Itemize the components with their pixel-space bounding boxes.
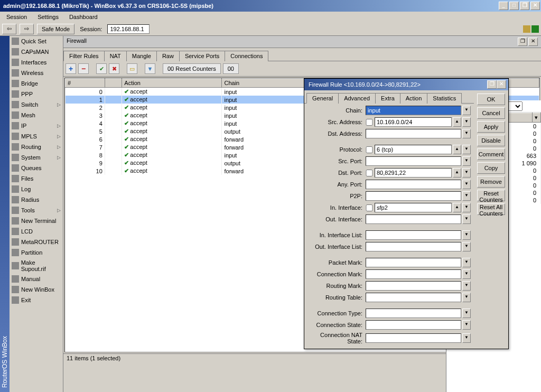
- srcAddr-input[interactable]: [375, 117, 452, 127]
- menu-session[interactable]: Session: [2, 13, 31, 21]
- sidebar-item-switch[interactable]: Switch▷: [10, 99, 63, 110]
- dropdown-button[interactable]: [462, 242, 471, 251]
- dropdown-button[interactable]: [462, 309, 471, 318]
- inIfList-input[interactable]: [366, 230, 461, 240]
- connNat-input[interactable]: [366, 333, 461, 343]
- dialog-tab-general[interactable]: General: [306, 93, 339, 104]
- sidebar-item-tools[interactable]: Tools▷: [10, 205, 63, 216]
- outIfList-input[interactable]: [366, 242, 461, 251]
- filter-button[interactable]: ▼: [145, 63, 155, 74]
- dialog-close-button[interactable]: ✕: [497, 80, 506, 89]
- comment-rule-button[interactable]: ▭: [127, 63, 137, 74]
- sidebar-item-interfaces[interactable]: Interfaces: [10, 57, 63, 68]
- connMark-input[interactable]: [366, 269, 461, 279]
- dropdown-button[interactable]: [462, 293, 471, 302]
- negate-checkbox[interactable]: [366, 146, 373, 153]
- dropdown-button[interactable]: [462, 230, 471, 240]
- close-button[interactable]: ✕: [530, 2, 540, 10]
- p2p-input[interactable]: [366, 191, 461, 201]
- enable-rule-button[interactable]: ✔: [96, 63, 107, 74]
- tab-raw[interactable]: Raw: [156, 51, 180, 61]
- sidebar-item-files[interactable]: Files: [10, 173, 63, 184]
- tab-filter-rules[interactable]: Filter Rules: [63, 51, 105, 61]
- dropdown-button[interactable]: [462, 156, 471, 166]
- reset-all-counters-button[interactable]: 00: [223, 63, 239, 74]
- stats-menu-button[interactable]: ▾: [533, 113, 541, 123]
- up-button[interactable]: [453, 117, 461, 127]
- safe-mode-button[interactable]: Safe Mode: [37, 24, 74, 34]
- redo-button[interactable]: ⇨: [20, 24, 34, 34]
- reset-counters-button[interactable]: Reset Counters: [477, 190, 505, 201]
- sidebar-item-ppp[interactable]: PPP: [10, 89, 63, 99]
- srcPort-input[interactable]: [366, 156, 461, 166]
- connType-input[interactable]: [366, 309, 461, 318]
- reset-all-counters-button[interactable]: Reset All Counters: [477, 203, 505, 215]
- sidebar-item-manual[interactable]: Manual: [10, 274, 63, 284]
- dropdown-button[interactable]: [462, 203, 471, 212]
- column-header[interactable]: [105, 79, 122, 88]
- dropdown-button[interactable]: [462, 258, 471, 267]
- sidebar-item-metarouter[interactable]: MetaROUTER: [10, 237, 63, 247]
- sidebar-item-ip[interactable]: IP▷: [10, 120, 63, 131]
- dropdown-button[interactable]: [462, 106, 471, 115]
- connState-input[interactable]: [366, 320, 461, 330]
- sidebar-item-new-winbox[interactable]: New WinBox: [10, 284, 63, 295]
- apply-button[interactable]: Apply: [477, 121, 505, 133]
- negate-checkbox[interactable]: [366, 170, 373, 176]
- sidebar-item-make-supout-rif[interactable]: Make Supout.rif: [10, 258, 63, 274]
- up-button[interactable]: [453, 145, 461, 154]
- inIf-input[interactable]: [375, 203, 452, 212]
- anyPort-input[interactable]: [366, 180, 461, 189]
- comment-button[interactable]: Comment: [477, 148, 505, 160]
- tab-nat[interactable]: NAT: [104, 51, 127, 61]
- up-button[interactable]: [453, 168, 461, 178]
- tab-mangle[interactable]: Mangle: [126, 51, 157, 61]
- dialog-tab-statistics[interactable]: Statistics: [427, 93, 462, 104]
- sidebar-item-capsman[interactable]: CAPsMAN: [10, 46, 63, 57]
- dialog-tab-extra[interactable]: Extra: [375, 93, 400, 104]
- dialog-tab-advanced[interactable]: Advanced: [338, 93, 376, 104]
- minimize-button[interactable]: _: [499, 2, 508, 10]
- firewall-restore-button[interactable]: ❐: [518, 38, 527, 46]
- tab-service-ports[interactable]: Service Ports: [179, 51, 225, 61]
- sidebar-item-new-terminal[interactable]: New Terminal: [10, 216, 63, 226]
- remove-button[interactable]: Remove: [477, 176, 505, 188]
- negate-checkbox[interactable]: [366, 119, 373, 126]
- add-rule-button[interactable]: +: [66, 63, 76, 74]
- column-header[interactable]: Chain: [222, 79, 309, 88]
- column-header[interactable]: #: [66, 79, 105, 88]
- sidebar-item-exit[interactable]: Exit: [10, 295, 63, 305]
- routeTable-input[interactable]: [366, 293, 461, 302]
- dialog-restore-button[interactable]: ❐: [487, 80, 497, 89]
- pktMark-input[interactable]: [366, 258, 461, 267]
- dropdown-button[interactable]: [462, 269, 471, 279]
- dropdown-button[interactable]: [462, 320, 471, 330]
- disable-button[interactable]: Disable: [477, 135, 505, 146]
- sidebar-item-mesh[interactable]: Mesh: [10, 110, 63, 120]
- cancel-button[interactable]: Cancel: [477, 107, 505, 119]
- routeMark-input[interactable]: [366, 281, 461, 291]
- sidebar-item-wireless[interactable]: Wireless: [10, 68, 63, 78]
- sidebar-item-routing[interactable]: Routing▷: [10, 142, 63, 152]
- dropdown-button[interactable]: [462, 117, 471, 127]
- dropdown-button[interactable]: [462, 145, 471, 154]
- outIf-input[interactable]: [366, 214, 461, 224]
- maximize-button[interactable]: □: [509, 2, 519, 10]
- dropdown-button[interactable]: [462, 214, 471, 224]
- protocol-input[interactable]: [375, 145, 452, 154]
- sidebar-item-quick-set[interactable]: Quick Set: [10, 36, 63, 46]
- column-header[interactable]: Action: [122, 79, 222, 88]
- tab-connections[interactable]: Connections: [225, 51, 268, 61]
- sidebar-item-bridge[interactable]: Bridge: [10, 78, 63, 89]
- sidebar-item-queues[interactable]: Queues: [10, 163, 63, 173]
- dialog-tab-action[interactable]: Action: [400, 93, 428, 104]
- dropdown-button[interactable]: [462, 281, 471, 291]
- dropdown-button[interactable]: [462, 180, 471, 189]
- remove-rule-button[interactable]: −: [78, 63, 89, 74]
- dstPort-input[interactable]: [375, 168, 452, 178]
- negate-checkbox[interactable]: [366, 204, 373, 211]
- disable-rule-button[interactable]: ✖: [109, 63, 119, 74]
- ok-button[interactable]: OK: [477, 94, 505, 105]
- menu-settings[interactable]: Settings: [33, 13, 63, 21]
- sidebar-item-system[interactable]: System▷: [10, 152, 63, 163]
